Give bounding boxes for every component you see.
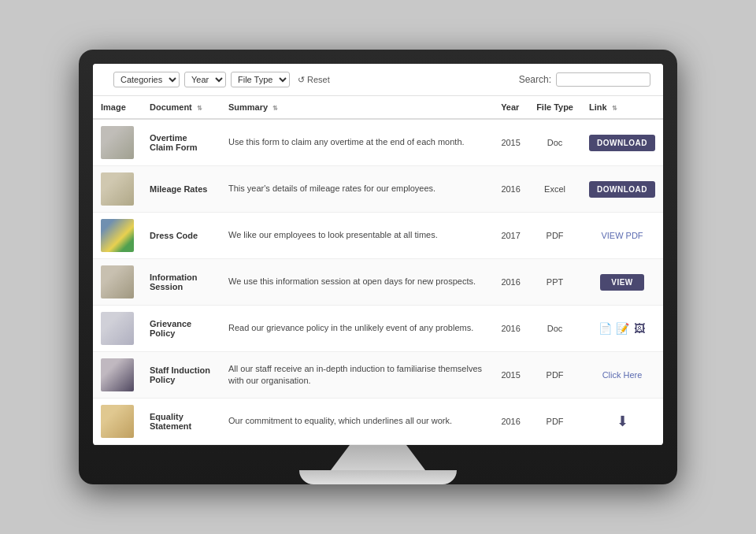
link-cell: DOWNLOAD bbox=[581, 119, 663, 166]
link-cell: Click Here bbox=[581, 352, 663, 399]
document-name: Dress Code bbox=[150, 231, 198, 240]
sort-arrows-summary: ⇅ bbox=[272, 105, 278, 112]
table-row: Information SessionWe use this informati… bbox=[93, 259, 663, 306]
documents-table: Image Document ⇅ Summary ⇅ Year File Typ bbox=[93, 96, 663, 445]
image-cell bbox=[93, 306, 142, 352]
view-pdf-link[interactable]: VIEW PDF bbox=[601, 231, 643, 240]
image-cell bbox=[93, 213, 142, 259]
filetype-cell: PDF bbox=[528, 352, 581, 399]
download-icon[interactable]: ⬇ bbox=[617, 413, 628, 429]
reset-link[interactable]: ↺ Reset bbox=[298, 75, 330, 85]
document-name: Information Session bbox=[150, 273, 198, 291]
document-thumbnail bbox=[101, 172, 134, 206]
table-header-row: Image Document ⇅ Summary ⇅ Year File Typ bbox=[93, 96, 663, 119]
document-name-cell: Grievance Policy bbox=[142, 306, 220, 352]
col-header-year[interactable]: Year bbox=[493, 96, 528, 119]
document-thumbnail bbox=[101, 312, 134, 345]
click-here-link[interactable]: Click Here bbox=[602, 370, 643, 380]
filetype-cell: PDF bbox=[528, 213, 581, 259]
document-thumbnail bbox=[101, 219, 134, 252]
categories-select[interactable]: Categories bbox=[113, 72, 180, 87]
sort-arrows-link: ⇅ bbox=[612, 105, 617, 112]
search-input[interactable] bbox=[556, 72, 650, 87]
link-cell: VIEW bbox=[581, 259, 663, 306]
table-row: Overtime Claim FormUse this form to clai… bbox=[93, 119, 663, 166]
year-cell: 2016 bbox=[493, 306, 528, 352]
monitor: Categories Year File Type ↺ Reset Search… bbox=[79, 50, 677, 484]
monitor-stand-neck bbox=[331, 445, 425, 470]
year-cell: 2015 bbox=[493, 119, 528, 166]
document-name: Mileage Rates bbox=[150, 184, 207, 194]
col-header-link[interactable]: Link ⇅ bbox=[581, 96, 663, 119]
document-thumbnail bbox=[101, 126, 134, 159]
col-header-summary[interactable]: Summary ⇅ bbox=[220, 96, 493, 119]
year-cell: 2016 bbox=[493, 259, 528, 306]
summary-cell: All our staff receive an in-depth induct… bbox=[220, 352, 493, 399]
year-cell: 2017 bbox=[493, 213, 528, 259]
table-row: Staff Induction PolicyAll our staff rece… bbox=[93, 352, 663, 399]
link-cell: 📄📝🖼 bbox=[581, 306, 663, 352]
document-name-cell: Information Session bbox=[142, 259, 220, 306]
document-name: Equality Statement bbox=[150, 412, 191, 431]
document-name: Staff Induction Policy bbox=[150, 365, 210, 384]
document-name-cell: Mileage Rates bbox=[142, 166, 220, 213]
filetype-cell: PPT bbox=[528, 259, 581, 306]
filetype-cell: Doc bbox=[528, 119, 581, 166]
summary-cell: Use this form to claim any overtime at t… bbox=[220, 119, 493, 166]
link-cell: ⬇ bbox=[581, 399, 663, 445]
link-cell: VIEW PDF bbox=[581, 213, 663, 259]
year-cell: 2016 bbox=[493, 399, 528, 445]
document-name-cell: Overtime Claim Form bbox=[142, 119, 220, 166]
summary-cell: Our commitment to equality, which underl… bbox=[220, 399, 493, 445]
sort-arrows-document: ⇅ bbox=[197, 105, 202, 112]
col-header-image: Image bbox=[93, 96, 142, 119]
col-header-document[interactable]: Document ⇅ bbox=[142, 96, 220, 119]
download-button[interactable]: DOWNLOAD bbox=[589, 181, 655, 198]
col-header-filetype: File Type bbox=[528, 96, 581, 119]
filetype-cell: Doc bbox=[528, 306, 581, 352]
image-cell bbox=[93, 399, 142, 445]
file-icons-group: 📄📝🖼 bbox=[589, 321, 655, 336]
filetype-cell: PDF bbox=[528, 399, 581, 445]
document-name: Grievance Policy bbox=[150, 319, 191, 338]
document-name-cell: Dress Code bbox=[142, 213, 220, 259]
pdf-icon[interactable]: 📄 bbox=[598, 321, 612, 336]
image-icon[interactable]: 🖼 bbox=[632, 321, 647, 336]
year-cell: 2015 bbox=[493, 352, 528, 399]
summary-cell: Read our grievance policy in the unlikel… bbox=[220, 306, 493, 352]
table-row: Mileage RatesThis year's details of mile… bbox=[93, 166, 663, 213]
year-select[interactable]: Year bbox=[184, 72, 226, 87]
image-cell bbox=[93, 119, 142, 166]
document-thumbnail bbox=[101, 358, 134, 391]
document-name-cell: Staff Induction Policy bbox=[142, 352, 220, 399]
search-area: Search: bbox=[519, 72, 650, 87]
image-cell bbox=[93, 352, 142, 399]
word-icon[interactable]: 📝 bbox=[615, 321, 629, 336]
summary-cell: We like our employees to look presentabl… bbox=[220, 213, 493, 259]
table-row: Equality StatementOur commitment to equa… bbox=[93, 399, 663, 445]
filetype-cell: Excel bbox=[528, 166, 581, 213]
filter-bar: Categories Year File Type ↺ Reset Search… bbox=[93, 64, 663, 96]
download-button[interactable]: DOWNLOAD bbox=[589, 135, 655, 151]
year-cell: 2016 bbox=[493, 166, 528, 213]
summary-cell: This year's details of mileage rates for… bbox=[220, 166, 493, 213]
table-row: Dress CodeWe like our employees to look … bbox=[93, 213, 663, 259]
document-name: Overtime Claim Form bbox=[150, 133, 198, 152]
link-cell: DOWNLOAD bbox=[581, 166, 663, 213]
summary-cell: We use this information session at open … bbox=[220, 259, 493, 306]
monitor-stand-base bbox=[299, 470, 457, 484]
image-cell bbox=[93, 259, 142, 306]
view-button[interactable]: VIEW bbox=[600, 274, 644, 291]
screen: Categories Year File Type ↺ Reset Search… bbox=[93, 64, 663, 445]
document-name-cell: Equality Statement bbox=[142, 399, 220, 445]
filetype-select[interactable]: File Type bbox=[231, 72, 290, 87]
document-thumbnail bbox=[101, 265, 134, 299]
search-label: Search: bbox=[519, 74, 551, 85]
image-cell bbox=[93, 166, 142, 213]
table-row: Grievance PolicyRead our grievance polic… bbox=[93, 306, 663, 352]
document-thumbnail bbox=[101, 405, 134, 438]
